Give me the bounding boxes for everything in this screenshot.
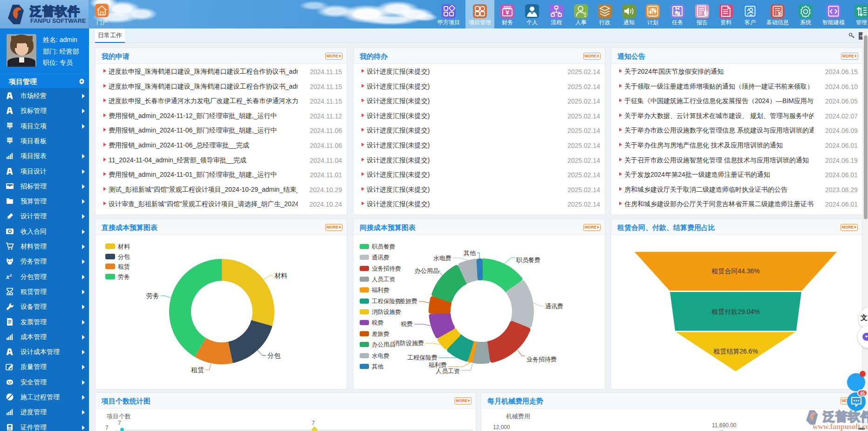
svg-text:租赁付款29.04%: 租赁付款29.04% [711,308,759,315]
svg-text:通讯费: 通讯费 [545,303,563,310]
svg-text:x: x [6,273,10,280]
svg-text:劳务: 劳务 [146,292,159,299]
svg-text:差旅费: 差旅费 [399,298,417,305]
svg-text:2: 2 [10,273,12,278]
svg-text:人员工资: 人员工资 [436,368,460,375]
svg-text:租赁合同44.36%: 租赁合同44.36% [711,267,759,275]
svg-text:分包: 分包 [267,352,280,359]
svg-text:业务招待费: 业务招待费 [526,356,557,363]
svg-text:办公用品: 办公用品 [415,267,439,274]
svg-text:水电费: 水电费 [433,255,451,262]
svg-text:租赁: 租赁 [191,366,204,374]
svg-text:税费: 税费 [401,320,413,327]
svg-text:工程保险费: 工程保险费 [407,354,437,361]
svg-text:消防设施费: 消防设施费 [394,340,424,347]
svg-text:租赁结算26.6%: 租赁结算26.6% [713,348,758,355]
svg-text:职员餐费: 职员餐费 [516,257,540,264]
svg-text:材料: 材料 [274,272,287,279]
svg-text:其他: 其他 [464,250,476,257]
svg-text:福利费: 福利费 [428,361,447,368]
